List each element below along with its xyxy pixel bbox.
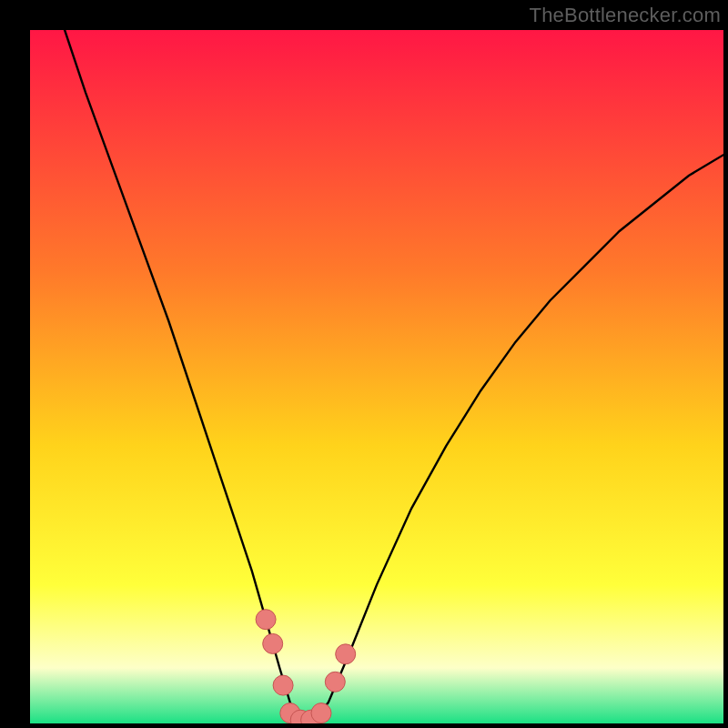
attribution-label: TheBottlenecker.com (530, 4, 721, 27)
chart-frame: TheBottlenecker.com (0, 0, 728, 728)
plot-area (30, 30, 723, 723)
curve-marker (263, 633, 283, 653)
curve-marker (273, 675, 293, 695)
curve-marker (336, 644, 356, 664)
curve-marker (311, 703, 331, 723)
curve-marker (325, 672, 345, 692)
gradient-background (30, 30, 723, 723)
bottleneck-chart (30, 30, 723, 723)
curve-marker (256, 610, 276, 630)
